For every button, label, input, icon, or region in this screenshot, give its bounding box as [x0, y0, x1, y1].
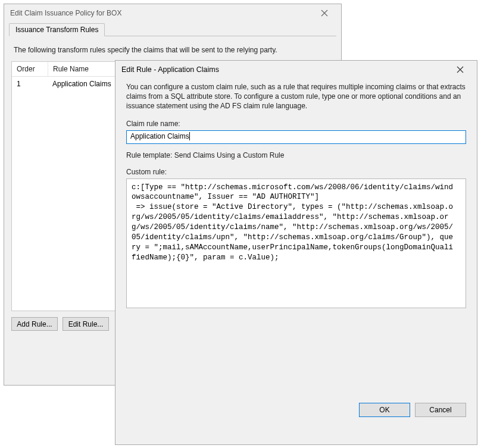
claim-rule-name-label: Claim rule name: [126, 120, 466, 128]
policy-titlebar[interactable]: Edit Claim Issuance Policy for BOX [4, 4, 341, 22]
edit-rule-description: You can configure a custom claim rule, s… [126, 82, 466, 111]
claim-rule-name-input[interactable] [126, 130, 466, 144]
tab-row: Issuance Transform Rules [4, 22, 341, 36]
claim-rule-name-input-wrap: Application Claims [126, 130, 466, 144]
close-icon[interactable] [448, 61, 472, 78]
dialog-button-row: OK Cancel [126, 403, 466, 417]
edit-rule-button[interactable]: Edit Rule... [63, 317, 109, 331]
custom-rule-textarea[interactable] [126, 178, 466, 308]
column-order[interactable]: Order [12, 62, 48, 76]
edit-rule-body: You can configure a custom claim rule, s… [115, 79, 477, 425]
edit-rule-titlebar[interactable]: Edit Rule - Application Claims [115, 61, 477, 79]
tab-issuance-transform-rules[interactable]: Issuance Transform Rules [9, 23, 105, 36]
policy-intro-text: The following transform rules specify th… [14, 46, 332, 54]
edit-rule-title: Edit Rule - Application Claims [121, 65, 219, 74]
close-icon[interactable] [313, 5, 336, 21]
rule-template-label: Rule template: Send Claims Using a Custo… [126, 151, 466, 159]
custom-rule-label: Custom rule: [126, 168, 466, 176]
cancel-button[interactable]: Cancel [415, 403, 466, 417]
policy-title: Edit Claim Issuance Policy for BOX [10, 9, 121, 17]
cell-order: 1 [12, 77, 48, 91]
ok-button[interactable]: OK [359, 403, 410, 417]
add-rule-button[interactable]: Add Rule... [11, 317, 58, 331]
edit-rule-window: Edit Rule - Application Claims You can c… [115, 60, 477, 445]
